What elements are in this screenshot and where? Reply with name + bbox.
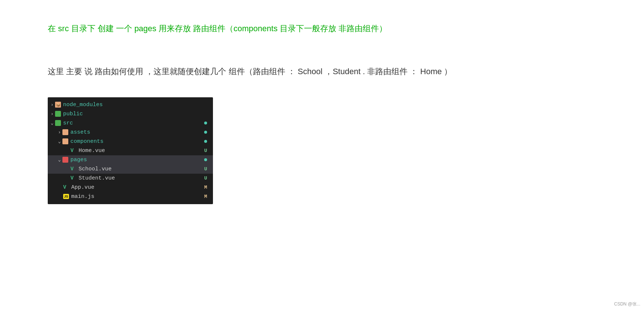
description-section: 这里 主要 说 路由如何使用 ，这里就随便创建几个 组件（路由组件 ： Scho… <box>48 64 596 79</box>
chevron-icon: › <box>58 130 61 135</box>
chevron-icon: › <box>51 102 54 108</box>
tree-item-label: Student.vue <box>79 175 204 181</box>
status-badge-untracked: U <box>204 166 210 172</box>
tree-item-src[interactable]: ⌄src <box>48 119 213 128</box>
tree-item-label: components <box>70 138 204 145</box>
status-dot <box>204 122 207 124</box>
chevron-icon: › <box>51 111 54 117</box>
tree-item-main-js[interactable]: JSmain.jsM <box>48 192 213 201</box>
tree-item-assets[interactable]: ›assets <box>48 128 213 137</box>
intro-section: 在 src 目录下 创建 一个 pages 用来存放 路由组件（componen… <box>48 22 596 35</box>
status-badge-untracked: U <box>204 176 210 181</box>
chevron-icon: ⌄ <box>58 138 61 144</box>
status-dot <box>204 140 207 143</box>
chevron-icon: ⌄ <box>51 120 54 126</box>
file-tree: ›📦node_modules›public⌄src›assets⌄compone… <box>48 97 213 204</box>
tree-item-public[interactable]: ›public <box>48 109 213 119</box>
vue-icon: V <box>70 148 76 153</box>
status-badge-modified: M <box>204 185 210 190</box>
tree-item-label: App.vue <box>71 184 204 191</box>
folder-icon <box>55 120 61 126</box>
status-badge-modified: M <box>204 194 210 199</box>
main-content: 在 src 目录下 创建 一个 pages 用来存放 路由组件（componen… <box>0 0 644 219</box>
chevron-icon: ⌄ <box>58 157 61 163</box>
tree-item-node_modules[interactable]: ›📦node_modules <box>48 100 213 109</box>
tree-item-label: assets <box>70 129 204 135</box>
folder-icon: 📦 <box>55 102 61 108</box>
status-badge-untracked: U <box>204 148 210 153</box>
folder-icon <box>62 129 68 135</box>
tree-item-school-vue[interactable]: VSchool.vueU <box>48 164 213 174</box>
description-text: 这里 主要 说 路由如何使用 ，这里就随便创建几个 组件（路由组件 ： Scho… <box>48 67 452 76</box>
js-icon: JS <box>63 194 69 199</box>
tree-item-pages[interactable]: ⌄pages <box>48 155 213 164</box>
status-dot <box>204 158 207 161</box>
tree-item-label: pages <box>70 157 204 163</box>
tree-item-label: node_modules <box>63 102 210 108</box>
vue-icon: V <box>70 166 76 172</box>
vue-icon: V <box>63 184 69 190</box>
svg-text:📦: 📦 <box>56 103 61 107</box>
tree-item-label: School.vue <box>79 166 204 172</box>
tree-item-label: public <box>63 111 210 117</box>
tree-item-label: Home.vue <box>79 148 204 154</box>
vue-icon: V <box>70 175 76 181</box>
tree-item-components[interactable]: ⌄components <box>48 137 213 146</box>
folder-icon <box>62 138 68 144</box>
folder-icon <box>55 111 61 117</box>
tree-item-home-vue[interactable]: VHome.vueU <box>48 146 213 155</box>
tree-item-label: main.js <box>71 194 204 200</box>
tree-item-app-vue[interactable]: VApp.vueM <box>48 183 213 192</box>
status-dot <box>204 131 207 134</box>
watermark: CSDN @张... <box>614 301 640 307</box>
tree-item-student-vue[interactable]: VStudent.vueU <box>48 174 213 183</box>
tree-item-label: src <box>63 120 204 126</box>
folder-icon <box>62 157 68 163</box>
intro-text: 在 src 目录下 创建 一个 pages 用来存放 路由组件（componen… <box>48 24 387 33</box>
